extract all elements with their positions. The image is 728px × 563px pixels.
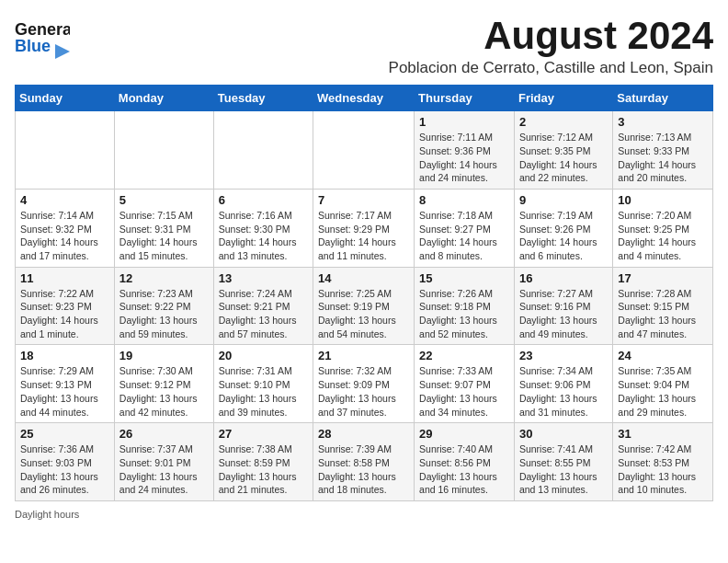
weekday-header-cell: Monday bbox=[114, 86, 213, 111]
day-number: 21 bbox=[318, 349, 409, 362]
day-number: 27 bbox=[219, 427, 308, 441]
calendar-day-cell: 16Sunrise: 7:27 AMSunset: 9:16 PMDayligh… bbox=[514, 267, 612, 345]
svg-text:General: General bbox=[15, 20, 70, 39]
day-info: Sunrise: 7:32 AMSunset: 9:09 PMDaylight:… bbox=[318, 364, 409, 419]
calendar-week-row: 4Sunrise: 7:14 AMSunset: 9:32 PMDaylight… bbox=[16, 189, 713, 267]
day-number: 20 bbox=[219, 349, 308, 362]
day-info: Sunrise: 7:38 AMSunset: 8:59 PMDaylight:… bbox=[219, 442, 308, 497]
calendar-day-cell: 4Sunrise: 7:14 AMSunset: 9:32 PMDaylight… bbox=[16, 189, 115, 267]
day-info: Sunrise: 7:22 AMSunset: 9:23 PMDaylight:… bbox=[20, 287, 109, 341]
calendar-day-cell: 29Sunrise: 7:40 AMSunset: 8:56 PMDayligh… bbox=[415, 423, 515, 501]
page-header: General Blue August 2024 Poblacion de Ce… bbox=[15, 15, 713, 77]
logo-icon: General Blue bbox=[15, 15, 70, 63]
calendar-day-cell: 10Sunrise: 7:20 AMSunset: 9:25 PMDayligh… bbox=[613, 189, 713, 267]
calendar-body: 1Sunrise: 7:11 AMSunset: 9:36 PMDaylight… bbox=[16, 111, 713, 501]
location-title: Poblacion de Cerrato, Castille and Leon,… bbox=[389, 59, 713, 77]
day-info: Sunrise: 7:33 AMSunset: 9:07 PMDaylight:… bbox=[419, 364, 509, 419]
calendar-day-cell: 20Sunrise: 7:31 AMSunset: 9:10 PMDayligh… bbox=[213, 345, 313, 423]
svg-marker-2 bbox=[55, 44, 70, 59]
logo: General Blue bbox=[15, 15, 74, 63]
day-info: Sunrise: 7:29 AMSunset: 9:13 PMDaylight:… bbox=[20, 364, 109, 419]
calendar-day-cell: 8Sunrise: 7:18 AMSunset: 9:27 PMDaylight… bbox=[415, 189, 515, 267]
day-number: 11 bbox=[20, 271, 109, 285]
calendar-day-cell: 5Sunrise: 7:15 AMSunset: 9:31 PMDaylight… bbox=[114, 189, 213, 267]
calendar-day-cell: 22Sunrise: 7:33 AMSunset: 9:07 PMDayligh… bbox=[415, 345, 515, 423]
day-info: Sunrise: 7:18 AMSunset: 9:27 PMDaylight:… bbox=[419, 209, 509, 263]
day-info: Sunrise: 7:28 AMSunset: 9:15 PMDaylight:… bbox=[618, 287, 708, 341]
day-info: Sunrise: 7:41 AMSunset: 8:55 PMDaylight:… bbox=[519, 442, 608, 497]
day-number: 6 bbox=[219, 193, 308, 207]
day-number: 5 bbox=[119, 193, 209, 207]
day-number: 25 bbox=[20, 427, 109, 441]
day-number: 23 bbox=[519, 349, 608, 362]
day-number: 7 bbox=[318, 193, 409, 207]
calendar-day-cell: 24Sunrise: 7:35 AMSunset: 9:04 PMDayligh… bbox=[613, 345, 713, 423]
day-number: 24 bbox=[618, 349, 708, 362]
weekday-header-cell: Thursday bbox=[415, 86, 515, 111]
day-number: 16 bbox=[519, 271, 608, 285]
calendar-day-cell: 19Sunrise: 7:30 AMSunset: 9:12 PMDayligh… bbox=[114, 345, 213, 423]
calendar-week-row: 18Sunrise: 7:29 AMSunset: 9:13 PMDayligh… bbox=[16, 345, 713, 423]
day-number: 19 bbox=[119, 349, 209, 362]
day-number: 18 bbox=[20, 349, 109, 362]
day-info: Sunrise: 7:15 AMSunset: 9:31 PMDaylight:… bbox=[119, 209, 209, 263]
month-title: August 2024 bbox=[389, 15, 713, 57]
day-number: 28 bbox=[318, 427, 409, 441]
svg-text:Blue: Blue bbox=[15, 37, 51, 55]
calendar-day-cell: 30Sunrise: 7:41 AMSunset: 8:55 PMDayligh… bbox=[514, 423, 612, 501]
calendar-day-cell: 18Sunrise: 7:29 AMSunset: 9:13 PMDayligh… bbox=[16, 345, 115, 423]
calendar-day-cell: 2Sunrise: 7:12 AMSunset: 9:35 PMDaylight… bbox=[514, 111, 612, 190]
day-info: Sunrise: 7:17 AMSunset: 9:29 PMDaylight:… bbox=[318, 209, 409, 263]
calendar-day-cell: 11Sunrise: 7:22 AMSunset: 9:23 PMDayligh… bbox=[16, 267, 115, 345]
calendar-week-row: 11Sunrise: 7:22 AMSunset: 9:23 PMDayligh… bbox=[16, 267, 713, 345]
calendar-day-cell: 17Sunrise: 7:28 AMSunset: 9:15 PMDayligh… bbox=[613, 267, 713, 345]
day-info: Sunrise: 7:25 AMSunset: 9:19 PMDaylight:… bbox=[318, 287, 409, 341]
day-number: 1 bbox=[419, 115, 509, 129]
day-info: Sunrise: 7:19 AMSunset: 9:26 PMDaylight:… bbox=[519, 209, 608, 263]
day-info: Sunrise: 7:35 AMSunset: 9:04 PMDaylight:… bbox=[618, 364, 708, 419]
day-number: 30 bbox=[519, 427, 608, 441]
calendar-day-cell bbox=[114, 111, 213, 190]
day-number: 2 bbox=[519, 115, 608, 129]
day-info: Sunrise: 7:37 AMSunset: 9:01 PMDaylight:… bbox=[119, 442, 209, 497]
day-number: 10 bbox=[618, 193, 708, 207]
calendar-day-cell: 9Sunrise: 7:19 AMSunset: 9:26 PMDaylight… bbox=[514, 189, 612, 267]
day-info: Sunrise: 7:11 AMSunset: 9:36 PMDaylight:… bbox=[419, 131, 509, 185]
calendar-day-cell: 3Sunrise: 7:13 AMSunset: 9:33 PMDaylight… bbox=[613, 111, 713, 190]
day-info: Sunrise: 7:36 AMSunset: 9:03 PMDaylight:… bbox=[20, 442, 109, 497]
calendar-day-cell: 15Sunrise: 7:26 AMSunset: 9:18 PMDayligh… bbox=[415, 267, 515, 345]
day-info: Sunrise: 7:23 AMSunset: 9:22 PMDaylight:… bbox=[119, 287, 209, 341]
daylight-label: Daylight hours bbox=[15, 509, 79, 520]
day-info: Sunrise: 7:31 AMSunset: 9:10 PMDaylight:… bbox=[219, 364, 308, 419]
calendar-day-cell bbox=[313, 111, 415, 190]
calendar-day-cell: 26Sunrise: 7:37 AMSunset: 9:01 PMDayligh… bbox=[114, 423, 213, 501]
calendar-table: SundayMondayTuesdayWednesdayThursdayFrid… bbox=[15, 85, 713, 501]
calendar-day-cell: 1Sunrise: 7:11 AMSunset: 9:36 PMDaylight… bbox=[415, 111, 515, 190]
day-info: Sunrise: 7:24 AMSunset: 9:21 PMDaylight:… bbox=[219, 287, 308, 341]
day-number: 13 bbox=[219, 271, 308, 285]
day-number: 31 bbox=[618, 427, 708, 441]
calendar-day-cell: 13Sunrise: 7:24 AMSunset: 9:21 PMDayligh… bbox=[213, 267, 313, 345]
day-info: Sunrise: 7:20 AMSunset: 9:25 PMDaylight:… bbox=[618, 209, 708, 263]
calendar-day-cell: 27Sunrise: 7:38 AMSunset: 8:59 PMDayligh… bbox=[213, 423, 313, 501]
day-info: Sunrise: 7:12 AMSunset: 9:35 PMDaylight:… bbox=[519, 131, 608, 185]
day-number: 12 bbox=[119, 271, 209, 285]
calendar-day-cell: 31Sunrise: 7:42 AMSunset: 8:53 PMDayligh… bbox=[613, 423, 713, 501]
footer-note: Daylight hours bbox=[15, 509, 713, 520]
weekday-header-cell: Sunday bbox=[16, 86, 115, 111]
day-info: Sunrise: 7:42 AMSunset: 8:53 PMDaylight:… bbox=[618, 442, 708, 497]
day-number: 26 bbox=[119, 427, 209, 441]
calendar-day-cell: 28Sunrise: 7:39 AMSunset: 8:58 PMDayligh… bbox=[313, 423, 415, 501]
calendar-day-cell: 23Sunrise: 7:34 AMSunset: 9:06 PMDayligh… bbox=[514, 345, 612, 423]
day-number: 8 bbox=[419, 193, 509, 207]
day-info: Sunrise: 7:40 AMSunset: 8:56 PMDaylight:… bbox=[419, 442, 509, 497]
calendar-day-cell: 25Sunrise: 7:36 AMSunset: 9:03 PMDayligh… bbox=[16, 423, 115, 501]
day-info: Sunrise: 7:13 AMSunset: 9:33 PMDaylight:… bbox=[618, 131, 708, 185]
weekday-header-cell: Tuesday bbox=[213, 86, 313, 111]
day-number: 22 bbox=[419, 349, 509, 362]
calendar-day-cell bbox=[16, 111, 115, 190]
title-block: August 2024 Poblacion de Cerrato, Castil… bbox=[389, 15, 713, 77]
day-number: 9 bbox=[519, 193, 608, 207]
day-info: Sunrise: 7:34 AMSunset: 9:06 PMDaylight:… bbox=[519, 364, 608, 419]
weekday-header-row: SundayMondayTuesdayWednesdayThursdayFrid… bbox=[16, 86, 713, 111]
